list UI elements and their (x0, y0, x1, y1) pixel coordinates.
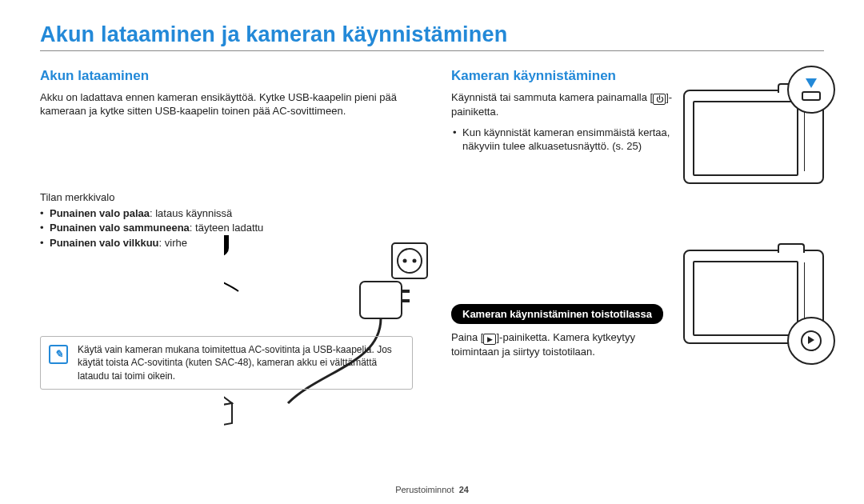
status-label: Tilan merkkivalo (40, 190, 413, 205)
status-item-1: Punainen valo palaa: lataus käynnissä (40, 206, 413, 221)
svg-rect-8 (224, 235, 229, 256)
footer-page: 24 (459, 485, 469, 494)
note-box: ✎ Käytä vain kameran mukana toimitettua … (40, 336, 413, 390)
svg-rect-6 (402, 299, 410, 302)
title-rule (40, 50, 824, 51)
playback-heading-pill: Kameran käynnistäminen toistotilassa (451, 304, 663, 325)
right-p1: Käynnistä tai sammuta kamera painamalla … (451, 90, 675, 119)
arrow-down-icon (806, 78, 817, 88)
svg-point-3 (413, 259, 417, 263)
play-button-callout (787, 317, 835, 365)
right-p2: Paina [▶]-painiketta. Kamera kytkeytyy t… (451, 330, 683, 359)
page-footer: Perustoiminnot 24 (0, 485, 864, 494)
status-3-tail: : virhe (159, 237, 187, 249)
status-3-bold: Punainen valo vilkkuu (50, 237, 159, 249)
svg-rect-4 (360, 282, 402, 318)
power-button-callout (787, 66, 835, 114)
right-column: Kameran käynnistäminen Käynnistä tai sam… (451, 67, 824, 390)
play-icon: ▶ (483, 334, 496, 345)
note-icon: ✎ (49, 345, 68, 364)
status-1-tail: : lataus käynnissä (150, 207, 232, 219)
page-title: Akun lataaminen ja kameran käynnistämine… (40, 22, 824, 47)
status-2-tail: : täyteen ladattu (190, 222, 264, 234)
right-p1a: Käynnistä tai sammuta kamera painamalla … (451, 91, 653, 103)
left-intro: Akku on ladattava ennen kameran ensikäyt… (40, 90, 413, 118)
note-text: Käytä vain kameran mukana toimitettua AC… (78, 344, 392, 381)
status-1-bold: Punainen valo palaa (50, 207, 150, 219)
camera-illustration-power (683, 90, 824, 184)
svg-point-2 (403, 259, 407, 263)
status-item-2: Punainen valo sammuneena: täyteen ladatt… (40, 221, 413, 235)
footer-label: Perustoiminnot (395, 485, 454, 494)
right-p2a: Paina [ (451, 331, 483, 343)
camera-illustration-play (683, 250, 824, 344)
svg-rect-5 (402, 290, 410, 293)
right-bullet-text: Kun käynnistät kameran ensimmäistä kerta… (462, 126, 670, 153)
play-button-icon (801, 330, 822, 351)
left-heading: Akun lataaminen (40, 67, 413, 86)
right-heading: Kameran käynnistäminen (451, 67, 824, 86)
left-column: Akun lataaminen Akku on ladattava ennen … (40, 67, 413, 390)
right-bullet: Kun käynnistät kameran ensimmäistä kerta… (451, 126, 694, 154)
power-icon: ⏻ (653, 94, 666, 105)
columns: Akun lataaminen Akku on ladattava ennen … (40, 67, 824, 390)
status-2-bold: Punainen valo sammuneena (50, 222, 190, 234)
charging-illustration (224, 235, 440, 435)
